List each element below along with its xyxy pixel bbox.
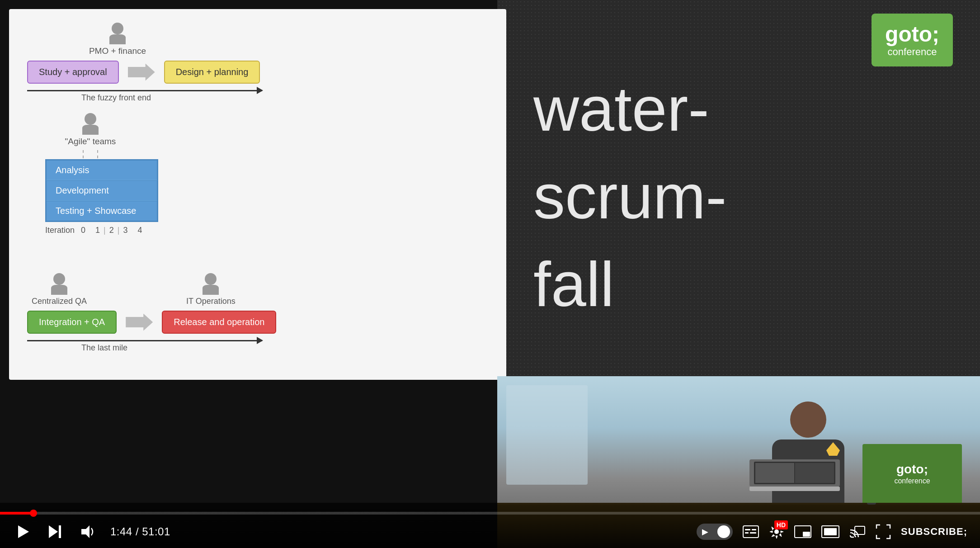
agile-person-icon — [82, 113, 99, 135]
design-planning-box: Design + planning — [164, 61, 260, 84]
hd-badge: HD — [774, 520, 788, 529]
toggle-knob — [717, 525, 730, 538]
video-controls: 1:44 / 51:01 ▶ — [0, 503, 980, 548]
svg-marker-1 — [49, 525, 58, 538]
waterfall-text-line3: fall — [533, 250, 614, 319]
svg-rect-8 — [750, 532, 756, 534]
it-operations-person-icon — [203, 273, 219, 295]
svg-marker-0 — [18, 525, 29, 538]
volume-button[interactable] — [78, 522, 98, 542]
integration-qa-box: Integration + QA — [27, 311, 117, 334]
it-operations-label: IT Operations — [186, 297, 236, 306]
iteration-numbers: Iteration 0 1 | 2 | 3 4 — [45, 226, 199, 235]
time-display: 1:44 / 51:01 — [110, 525, 170, 538]
section-agile-teams: "Agile" teams Analysis Development Testi… — [27, 113, 199, 235]
svg-rect-11 — [803, 532, 810, 537]
svg-rect-5 — [745, 529, 750, 530]
slide-text-overlay: water- scrum- fall — [506, 0, 913, 393]
play-button[interactable] — [13, 522, 33, 542]
svg-rect-2 — [59, 525, 61, 538]
iter-1: 1 — [95, 226, 100, 235]
goto-logo-sub: conference — [885, 47, 939, 57]
iter-0: 0 — [81, 226, 85, 235]
last-mile-flow: Integration + QA Release and operation — [27, 311, 488, 334]
progress-bar[interactable] — [0, 512, 980, 515]
centralized-qa-person-icon — [51, 273, 67, 295]
centralized-qa-label: Centralized QA — [32, 297, 87, 306]
iter-4: 4 — [137, 226, 142, 235]
waterfall-text-line2: scrum- — [533, 162, 727, 231]
settings-button[interactable]: HD — [769, 524, 784, 539]
svg-rect-7 — [745, 532, 749, 534]
development-row: Development — [46, 180, 157, 201]
iter-2: 2 — [109, 226, 114, 235]
progress-dot — [30, 510, 37, 517]
video-player: water- scrum- fall goto; conference PMO … — [0, 0, 980, 548]
goto-conference-logo: goto; conference — [872, 14, 953, 66]
skip-button[interactable] — [45, 522, 65, 542]
pmo-label: PMO + finance — [89, 46, 146, 56]
iteration-block-container: Analysis Development Testing + Showcase — [45, 159, 158, 222]
subscribe-button[interactable]: SUBSCRIBE; — [901, 526, 967, 538]
section-last-mile: Centralized QA IT Operations Integration… — [27, 273, 488, 353]
autoplay-toggle[interactable]: ▶ — [697, 524, 733, 540]
goto-podium: goto; conference — [862, 444, 962, 503]
iter-3: 3 — [123, 226, 127, 235]
subtitles-button[interactable] — [743, 525, 759, 538]
study-approval-box: Study + approval — [27, 61, 119, 84]
release-operation-box: Release and operation — [162, 311, 276, 334]
agile-teams-label: "Agile" teams — [65, 137, 116, 146]
section-fuzzy-front-end: PMO + finance Study + approval Design + … — [27, 23, 488, 103]
iteration-label: Iteration — [45, 226, 75, 235]
autoplay-icon: ▶ — [702, 527, 708, 537]
miniplayer-button[interactable] — [794, 525, 811, 538]
svg-rect-4 — [743, 526, 759, 538]
pmo-person-icon — [109, 23, 126, 44]
screen-behind-presenter — [506, 385, 588, 485]
arrow-icon — [128, 64, 155, 81]
fullscreen-button[interactable] — [876, 524, 891, 539]
cast-button[interactable] — [849, 525, 866, 538]
controls-row: 1:44 / 51:01 ▶ — [0, 522, 980, 542]
progress-fill — [0, 512, 33, 515]
slide-content: PMO + finance Study + approval Design + … — [9, 9, 506, 380]
theater-mode-button[interactable] — [821, 525, 839, 538]
last-mile-timeline — [27, 340, 262, 341]
testing-showcase-row: Testing + Showcase — [46, 201, 157, 221]
right-controls: ▶ — [697, 524, 967, 540]
svg-rect-6 — [752, 529, 756, 530]
svg-point-9 — [774, 529, 779, 534]
front-end-timeline — [27, 90, 262, 91]
svg-marker-3 — [81, 525, 90, 538]
presentation-slide: PMO + finance Study + approval Design + … — [9, 9, 506, 380]
svg-rect-14 — [855, 526, 865, 534]
fuzzy-front-end-label: The fuzzy front end — [81, 93, 488, 103]
last-mile-label: The last mile — [81, 343, 488, 353]
waterfall-text-line1: water- — [533, 74, 709, 144]
goto-logo-main: goto; — [885, 23, 939, 47]
svg-rect-13 — [824, 528, 837, 535]
front-end-flow: Study + approval Design + planning — [27, 61, 488, 84]
analysis-row: Analysis — [46, 160, 157, 180]
arrow-icon-2 — [126, 314, 153, 331]
